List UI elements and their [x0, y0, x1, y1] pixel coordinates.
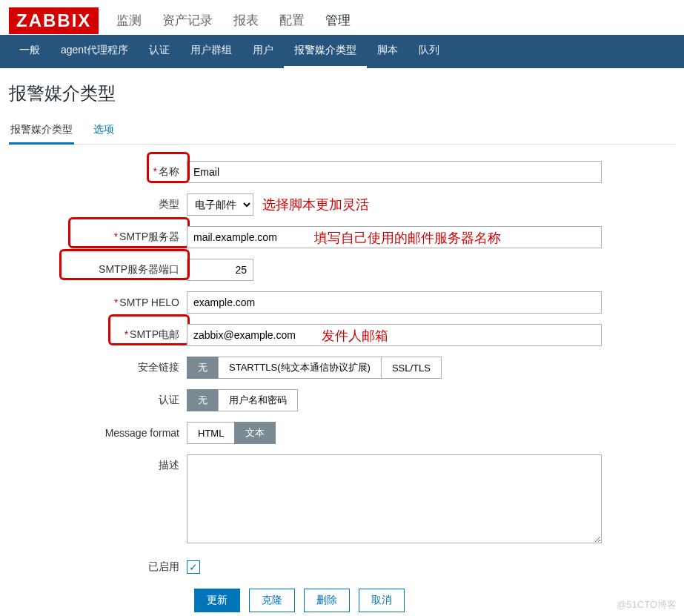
- topnav-item-2[interactable]: 报表: [230, 6, 262, 35]
- input-name[interactable]: [187, 161, 602, 183]
- label-smtp-server: SMTP服务器: [119, 231, 179, 242]
- select-type[interactable]: 电子邮件: [187, 193, 253, 216]
- row-auth: 认证 无 用户名和密码: [9, 389, 675, 411]
- input-smtp-helo[interactable]: [187, 291, 602, 314]
- top-nav: 监测资产记录报表配置管理: [113, 6, 353, 35]
- row-smtp-helo: *SMTP HELO: [9, 291, 675, 314]
- tabs: 报警媒介类型选项: [9, 117, 675, 145]
- msgformat-html[interactable]: HTML: [187, 422, 235, 444]
- input-smtp-port[interactable]: [187, 259, 253, 281]
- label-smtp-email: SMTP电邮: [130, 328, 179, 340]
- update-button[interactable]: 更新: [194, 589, 240, 612]
- clone-button[interactable]: 克隆: [249, 589, 295, 612]
- auth-none[interactable]: 无: [187, 389, 219, 411]
- row-msgformat: Message format HTML 文本: [9, 422, 675, 444]
- delete-button[interactable]: 删除: [304, 589, 350, 612]
- label-enabled: 已启用: [148, 560, 179, 572]
- sub-nav: 一般agent代理程序认证用户群组用户报警媒介类型脚本队列: [0, 35, 684, 68]
- logo[interactable]: ZABBIX: [9, 7, 99, 34]
- subnav-item-1[interactable]: agent代理程序: [50, 35, 139, 68]
- form: *名称 类型 电子邮件 选择脚本更加灵活 *SMTP服务器 填写自己使用的邮件服…: [9, 161, 675, 612]
- security-starttls[interactable]: STARTTLS(纯文本通信协议扩展): [218, 357, 382, 379]
- row-smtp-port: SMTP服务器端口: [9, 259, 675, 281]
- subnav-item-6[interactable]: 脚本: [367, 35, 408, 68]
- label-security: 安全链接: [138, 361, 179, 373]
- subnav-item-4[interactable]: 用户: [242, 35, 284, 68]
- row-enabled: 已启用 ✓: [9, 556, 675, 578]
- row-smtp-server: *SMTP服务器 填写自己使用的邮件服务器名称: [9, 226, 675, 248]
- security-none[interactable]: 无: [187, 357, 219, 379]
- cancel-button[interactable]: 取消: [359, 589, 405, 612]
- checkbox-enabled[interactable]: ✓: [187, 560, 200, 574]
- row-smtp-email: *SMTP电邮 发件人邮箱: [9, 324, 675, 346]
- subnav-item-3[interactable]: 用户群组: [180, 35, 242, 68]
- row-security: 安全链接 无 STARTTLS(纯文本通信协议扩展) SSL/TLS: [9, 357, 675, 379]
- tab-0[interactable]: 报警媒介类型: [9, 117, 74, 145]
- topnav-item-0[interactable]: 监测: [113, 6, 145, 35]
- subnav-item-2[interactable]: 认证: [139, 35, 180, 68]
- label-auth: 认证: [159, 394, 179, 405]
- page-title: 报警媒介类型: [0, 68, 684, 117]
- auth-group: 无 用户名和密码: [187, 389, 298, 411]
- input-smtp-email[interactable]: [187, 324, 602, 346]
- security-group: 无 STARTTLS(纯文本通信协议扩展) SSL/TLS: [187, 357, 442, 379]
- topnav-item-1[interactable]: 资产记录: [159, 6, 216, 35]
- annotation-email: 发件人邮箱: [322, 327, 388, 345]
- label-smtp-helo: SMTP HELO: [119, 297, 179, 308]
- label-name: 名称: [159, 165, 179, 177]
- subnav-item-0[interactable]: 一般: [9, 35, 50, 68]
- msgformat-group: HTML 文本: [187, 422, 276, 444]
- subnav-item-7[interactable]: 队列: [408, 35, 450, 68]
- tab-1[interactable]: 选项: [92, 117, 116, 144]
- row-name: *名称: [9, 161, 675, 183]
- form-actions: 更新 克隆 删除 取消: [194, 589, 675, 612]
- row-description: 描述: [9, 454, 675, 546]
- annotation-server: 填写自己使用的邮件服务器名称: [314, 229, 501, 247]
- label-type: 类型: [159, 198, 179, 210]
- topnav-item-3[interactable]: 配置: [276, 6, 308, 35]
- topnav-item-4[interactable]: 管理: [322, 6, 353, 35]
- subnav-item-5[interactable]: 报警媒介类型: [284, 35, 367, 68]
- watermark: @51CTO博客: [617, 598, 677, 612]
- header: ZABBIX 监测资产记录报表配置管理: [0, 0, 684, 35]
- msgformat-text[interactable]: 文本: [234, 422, 276, 444]
- label-description: 描述: [159, 459, 179, 471]
- row-type: 类型 电子邮件 选择脚本更加灵活: [9, 193, 675, 216]
- label-smtp-port: SMTP服务器端口: [99, 263, 179, 275]
- textarea-description[interactable]: [187, 454, 602, 543]
- security-ssltls[interactable]: SSL/TLS: [381, 357, 442, 379]
- label-msgformat: Message format: [105, 427, 179, 439]
- auth-userpass[interactable]: 用户名和密码: [218, 389, 298, 411]
- annotation-type: 选择脚本更加灵活: [262, 196, 369, 213]
